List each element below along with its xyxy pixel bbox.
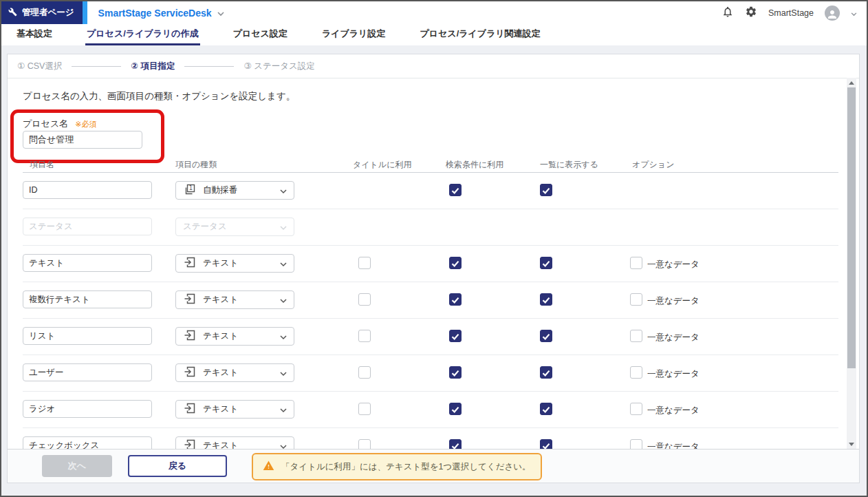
chevron-down-icon [280, 330, 287, 343]
column-header-use-search: 検索条件に利用 [446, 159, 503, 171]
process-name-label: プロセス名 [23, 118, 68, 129]
chevron-down-icon [280, 440, 287, 450]
show-in-list-checkbox-checked[interactable] [540, 330, 552, 342]
text-input-icon [183, 438, 197, 450]
use-in-search-checkbox-checked[interactable] [449, 439, 462, 450]
unique-data-checkbox-unchecked[interactable] [630, 293, 642, 306]
use-in-search-checkbox-checked[interactable] [449, 257, 462, 269]
use-in-search-checkbox-checked[interactable] [449, 293, 462, 306]
next-button[interactable]: 次へ [42, 455, 112, 477]
settings-gear-icon[interactable] [745, 6, 757, 21]
user-avatar[interactable] [825, 6, 840, 21]
required-badge: ※必須 [75, 120, 96, 128]
item-type-value: テキスト [203, 257, 274, 269]
warning-banner: 「タイトルに利用」には、テキスト型を1つ選択してください。 [252, 453, 542, 480]
unique-data-label: 一意なデータ [647, 295, 699, 307]
unique-data-checkbox-unchecked[interactable] [630, 257, 642, 269]
unique-data-label: 一意なデータ [647, 368, 699, 380]
item-type-value: テキスト [203, 403, 274, 415]
item-type-select[interactable]: テキスト [175, 363, 294, 382]
use-in-search-checkbox-checked[interactable] [449, 330, 462, 342]
field-row-リスト: テキスト一意なデータ [8, 327, 859, 363]
back-button[interactable]: 戻る [128, 455, 227, 477]
tab-5[interactable]: プロセス/ライブラリ関連設定 [418, 24, 541, 45]
item-type-value: テキスト [203, 294, 274, 306]
chevron-down-icon [217, 8, 224, 19]
chevron-down-icon [280, 221, 287, 233]
scroll-up-arrow[interactable] [849, 81, 854, 85]
wizard-step-3: ③ ステータス設定 [243, 61, 314, 72]
row-separator [23, 427, 838, 428]
show-in-list-checkbox-checked[interactable] [540, 257, 552, 269]
chevron-down-icon[interactable] [851, 7, 857, 19]
scrollbar-thumb[interactable] [847, 87, 856, 368]
wizard-step-1: ① CSV選択 [17, 61, 62, 72]
page-description: プロセス名の入力、画面項目の種類・オプションを設定します。 [23, 90, 295, 103]
item-type-select[interactable]: テキスト [175, 290, 294, 309]
item-type-value: テキスト [203, 367, 274, 379]
use-in-title-checkbox-unchecked[interactable] [358, 293, 371, 306]
item-type-select[interactable]: テキスト [175, 327, 294, 346]
tab-2[interactable]: プロセス/ライブラリの作成 [85, 24, 200, 45]
warning-text: 「タイトルに利用」には、テキスト型を1つ選択してください。 [281, 461, 531, 473]
item-type-value: 自動採番 [203, 184, 274, 196]
column-header-item-type: 項目の種類 [175, 159, 217, 171]
item-type-select[interactable]: テキスト [175, 254, 294, 273]
use-in-title-checkbox-unchecked[interactable] [358, 257, 371, 269]
show-in-list-checkbox-checked[interactable] [540, 184, 552, 196]
use-in-title-checkbox-unchecked[interactable] [358, 330, 371, 342]
row-separator [23, 282, 838, 282]
item-name-input[interactable] [23, 363, 152, 381]
chevron-down-icon [280, 257, 287, 270]
vertical-scrollbar[interactable] [847, 78, 856, 450]
unique-data-checkbox-unchecked[interactable] [630, 366, 642, 379]
chevron-down-icon [280, 403, 287, 416]
show-in-list-checkbox-checked[interactable] [540, 293, 552, 306]
item-name-input[interactable] [23, 400, 152, 418]
show-in-list-checkbox-checked[interactable] [540, 403, 552, 415]
use-in-title-checkbox-unchecked[interactable] [358, 366, 371, 379]
item-name-input[interactable] [23, 436, 152, 450]
main-panel: ① CSV選択② 項目指定③ ステータス設定 プロセス名の入力、画面項目の種類・… [7, 54, 860, 483]
text-input-icon [183, 365, 197, 381]
wizard-content: プロセス名の入力、画面項目の種類・オプションを設定します。 プロセス名※必須 項… [8, 78, 859, 450]
item-type-select[interactable]: テキスト [175, 436, 294, 450]
product-switcher[interactable]: SmartStage ServiceDesk [98, 1, 224, 24]
process-name-input[interactable] [23, 131, 142, 149]
use-in-title-checkbox-unchecked[interactable] [358, 403, 371, 415]
use-in-title-checkbox-unchecked[interactable] [358, 439, 371, 450]
item-name-input[interactable] [23, 254, 152, 272]
field-row-複数行テキスト: テキスト一意なデータ [8, 290, 859, 327]
use-in-search-checkbox-checked[interactable] [449, 366, 462, 379]
notifications-icon[interactable] [721, 6, 734, 21]
app-window: 管理者ページ SmartStage ServiceDesk SmartStage [0, 0, 868, 497]
column-header-item-name: 項目名 [30, 159, 54, 171]
text-input-icon [183, 292, 197, 308]
text-input-icon [183, 255, 197, 272]
tab-1[interactable]: 基本設定 [15, 24, 54, 45]
item-type-select[interactable]: テキスト [175, 400, 294, 419]
warning-triangle-icon [263, 460, 274, 474]
scroll-down-arrow[interactable] [849, 443, 854, 446]
accent-stripe [83, 1, 87, 24]
chevron-down-icon [280, 294, 287, 306]
user-name: SmartStage [768, 8, 814, 18]
unique-data-checkbox-unchecked[interactable] [630, 439, 642, 450]
tab-3[interactable]: プロセス設定 [232, 24, 289, 45]
show-in-list-checkbox-checked[interactable] [540, 366, 552, 379]
item-type-select[interactable]: 1自動採番 [175, 181, 294, 200]
step-connector [72, 66, 121, 67]
use-in-search-checkbox-checked[interactable] [449, 403, 462, 415]
item-name-input[interactable] [23, 327, 152, 345]
item-name-input[interactable] [23, 290, 152, 308]
unique-data-checkbox-unchecked[interactable] [630, 330, 642, 342]
item-name-input[interactable] [23, 181, 152, 199]
unique-data-checkbox-unchecked[interactable] [630, 403, 642, 415]
use-in-search-checkbox-checked[interactable] [449, 184, 462, 196]
tab-4[interactable]: ライブラリ設定 [321, 24, 387, 45]
wrench-icon [8, 8, 17, 19]
item-type-select: ステータス [175, 218, 294, 236]
show-in-list-checkbox-checked[interactable] [540, 439, 552, 450]
item-name-input [23, 218, 152, 235]
field-row-ステータス: ステータス [8, 218, 859, 254]
